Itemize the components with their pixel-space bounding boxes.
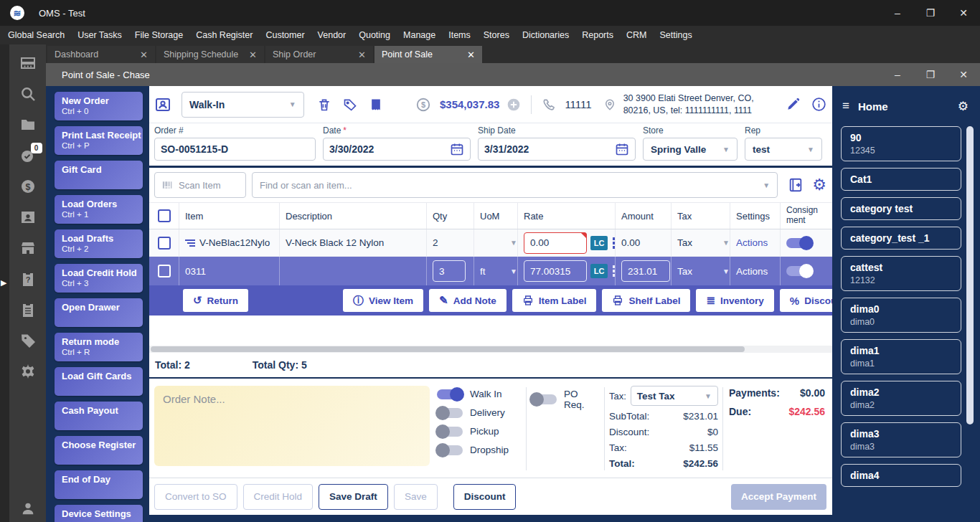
menu-item-settings[interactable]: Settings [653,26,698,44]
contacts-icon[interactable] [19,209,37,226]
window-minimize-button[interactable]: – [881,0,914,26]
clipboard-question-icon[interactable]: ? [19,270,37,288]
close-icon[interactable]: ✕ [467,49,475,60]
convert-to-so-button[interactable]: Convert to SO [154,484,237,510]
row-action-shelf-label[interactable]: Shelf Label [602,289,690,312]
action-button-print-last-receipt[interactable]: Print Last ReceiptCtrl + P [55,126,143,155]
tax-select[interactable]: Tax▼ [672,229,730,256]
tax-select[interactable]: Tax▼ [672,257,730,285]
window-close-button[interactable]: ✕ [947,0,980,26]
tab-dashboard[interactable]: Dashboard✕ [47,46,155,63]
action-button-new-order[interactable]: New OrderCtrl + 0 [55,92,143,120]
close-icon[interactable]: ✕ [249,49,257,60]
sidebar-expand-arrow[interactable]: ▶ [1,278,6,288]
consignment-toggle[interactable] [786,238,812,248]
date-input[interactable] [329,143,446,155]
menu-item-customer[interactable]: Customer [259,26,311,44]
uom-select[interactable]: ft▼ [474,257,518,285]
lc-badge[interactable]: LC [590,264,608,278]
tax-select[interactable]: Test Tax ▼ [631,386,718,406]
action-button-gift-card[interactable]: Gift Card [55,161,143,189]
pickup-toggle[interactable] [437,427,463,437]
customer-select[interactable]: Walk-In ▼ [182,92,304,118]
menu-item-user-tasks[interactable]: User Tasks [71,26,128,44]
action-button-choose-register[interactable]: Choose Register [55,436,143,465]
actions-link[interactable]: Actions [736,266,768,277]
row-action-return[interactable]: ↺Return [183,289,248,312]
pos-restore-button[interactable]: ❐ [914,63,947,86]
ship-date-input[interactable] [484,143,611,155]
delete-order-icon[interactable] [317,98,331,112]
category-card-cat1[interactable]: Cat1 [841,168,961,191]
tab-shipping-schedule[interactable]: Shipping Schedule✕ [156,46,264,63]
action-button-open-drawer[interactable]: Open Drawer [55,298,143,327]
rep-select[interactable]: test ▼ [745,138,822,161]
register-icon[interactable] [19,54,37,72]
action-button-cash-payout[interactable]: Cash Payout [55,402,143,430]
horizontal-scrollbar-thumb[interactable] [151,346,745,352]
calendar-icon[interactable] [450,142,464,156]
table-row[interactable]: V-NeBlac12NyloV-Neck Black 12 Nylon2▼0.0… [149,229,832,257]
tab-point-of-sale[interactable]: Point of Sale✕ [374,46,482,63]
rate-input[interactable]: 0.00 [524,232,587,254]
uom-select[interactable]: ▼ [474,229,518,256]
consignment-toggle[interactable] [786,266,812,276]
menu-item-manage[interactable]: Manage [397,26,442,44]
accept-payment-button[interactable]: Accept Payment [731,484,826,510]
dollar-icon[interactable]: $ [19,178,37,195]
row-action-item-label[interactable]: Item Label [512,289,597,312]
tag-icon[interactable] [343,98,357,112]
action-button-load-drafts[interactable]: Load DraftsCtrl + 2 [55,229,143,258]
search-icon[interactable] [19,85,37,103]
store-select[interactable]: Spring Valle ▼ [643,138,738,161]
receipt-icon[interactable] [369,98,383,112]
clipboard-icon[interactable] [19,301,37,318]
delivery-toggle[interactable] [437,408,463,418]
row-action-view-item[interactable]: ⓘView Item [343,289,423,312]
rate-input[interactable]: 77.00315 [524,260,587,282]
gear-icon[interactable] [19,363,37,380]
menu-item-dictionaries[interactable]: Dictionaries [516,26,575,44]
save-draft-button[interactable]: Save Draft [319,484,388,510]
item-search-combobox[interactable]: Find or scan an item... ▼ [252,172,778,198]
menu-item-quoting[interactable]: Quoting [352,26,397,44]
user-icon[interactable] [9,500,46,516]
menu-item-global-search[interactable]: Global Search [1,26,71,44]
category-card-dima3[interactable]: dima3dima3 [841,422,961,457]
window-maximize-button[interactable]: ❐ [914,0,947,26]
action-button-return-mode[interactable]: Return modeCtrl + R [55,333,143,361]
category-card-dima4[interactable]: dima4 [841,464,961,487]
action-button-device-settings[interactable]: Device Settings [55,505,143,522]
category-card-dima0[interactable]: dima0dima0 [841,298,961,333]
menu-item-cash-register[interactable]: Cash Register [189,26,259,44]
menu-item-file-storage[interactable]: File Storage [128,26,189,44]
action-button-load-credit-hold[interactable]: Load Credit HoldCtrl + 3 [55,264,143,293]
menu-item-items[interactable]: Items [442,26,477,44]
actions-link[interactable]: Actions [736,237,768,248]
tag-icon[interactable] [19,332,37,349]
categories-scrollbar-thumb[interactable] [966,126,974,424]
qty-input[interactable]: 3 [433,260,466,282]
po-req-toggle[interactable] [531,394,557,404]
category-card-dima2[interactable]: dima2dima2 [841,381,961,416]
select-all-checkbox[interactable] [158,209,171,222]
category-card-category-test-1[interactable]: category_test _1 [841,227,961,250]
close-icon[interactable]: ✕ [140,49,148,60]
info-icon[interactable] [811,97,826,112]
tasks-icon[interactable]: 0 [19,147,37,164]
menu-item-stores[interactable]: Stores [477,26,516,44]
order-number-input[interactable] [161,143,309,155]
edit-customer-icon[interactable] [786,98,800,111]
menu-item-crm[interactable]: CRM [620,26,653,44]
row-checkbox[interactable] [158,265,171,277]
category-card-90[interactable]: 9012345 [841,126,961,161]
hamburger-menu-icon[interactable]: ≡ [842,99,849,113]
calendar-icon[interactable] [615,142,629,156]
menu-item-reports[interactable]: Reports [575,26,620,44]
gear-icon[interactable]: ⚙ [812,176,826,194]
row-action-add-note[interactable]: ✎Add Note [429,289,507,312]
order-note-textarea[interactable] [154,386,430,466]
pos-minimize-button[interactable]: – [881,63,914,86]
discount-button[interactable]: Discount [453,484,517,510]
table-row[interactable]: 03113ft▼77.00315LC231.01Tax▼Actions [149,257,832,285]
